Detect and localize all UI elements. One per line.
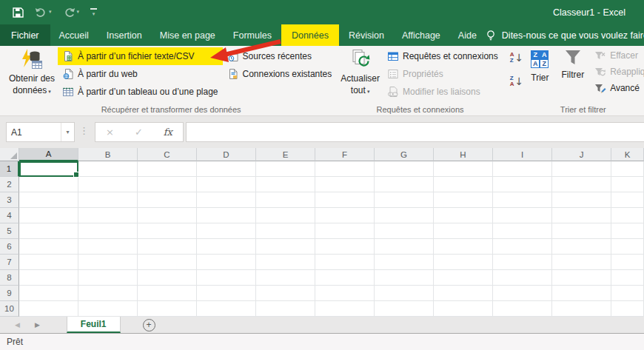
name-box[interactable]: A1 ▾ <box>6 122 75 142</box>
cell-D9[interactable] <box>197 286 256 301</box>
cell-C10[interactable] <box>138 301 197 317</box>
cell-C3[interactable] <box>138 192 197 208</box>
cell-I8[interactable] <box>493 270 552 286</box>
cell-I3[interactable] <box>493 192 552 208</box>
sheet-tab-feuil1[interactable]: Feuil1 <box>67 317 121 333</box>
row-header-2[interactable]: 2 <box>0 177 19 192</box>
cell-G9[interactable] <box>375 286 434 301</box>
column-header-H[interactable]: H <box>434 148 493 161</box>
undo-button[interactable]: ▾ <box>35 7 52 18</box>
cell-J10[interactable] <box>552 301 611 317</box>
cell-E2[interactable] <box>256 177 315 192</box>
sort-az-button[interactable]: AZ ↓ <box>507 49 527 67</box>
column-header-G[interactable]: G <box>375 148 434 161</box>
column-header-A[interactable]: A <box>19 148 78 161</box>
cell-B5[interactable] <box>78 223 138 239</box>
cell-K2[interactable] <box>611 177 644 192</box>
cell-C6[interactable] <box>138 239 197 255</box>
cell-F1[interactable] <box>315 161 375 177</box>
cell-F10[interactable] <box>315 301 375 317</box>
cell-B9[interactable] <box>78 286 138 301</box>
redo-button[interactable]: ▾ <box>63 7 80 18</box>
cell-H7[interactable] <box>434 255 493 270</box>
cell-I10[interactable] <box>493 301 552 317</box>
column-header-J[interactable]: J <box>552 148 611 161</box>
cell-K7[interactable] <box>611 255 644 270</box>
cell-E1[interactable] <box>256 161 315 177</box>
cell-J1[interactable] <box>552 161 611 177</box>
cell-G8[interactable] <box>375 270 434 286</box>
add-sheet-button[interactable]: + <box>143 319 155 332</box>
cell-G6[interactable] <box>375 239 434 255</box>
redo-caret-icon[interactable]: ▾ <box>77 10 80 15</box>
cell-G7[interactable] <box>375 255 434 270</box>
next-sheet-icon[interactable]: ▶ <box>27 317 47 333</box>
cell-B3[interactable] <box>78 192 138 208</box>
cell-J8[interactable] <box>552 270 611 286</box>
cell-E7[interactable] <box>256 255 315 270</box>
cell-K9[interactable] <box>611 286 644 301</box>
cell-H9[interactable] <box>434 286 493 301</box>
cell-A9[interactable] <box>19 286 78 301</box>
cell-I7[interactable] <box>493 255 552 270</box>
item-requetes-et-connexions[interactable]: Requêtes et connexions <box>383 47 503 65</box>
tab-affichage[interactable]: Affichage <box>394 24 449 46</box>
cell-E3[interactable] <box>256 192 315 208</box>
cell-J7[interactable] <box>552 255 611 270</box>
cell-D3[interactable] <box>197 192 256 208</box>
cell-A7[interactable] <box>19 255 78 270</box>
cell-B6[interactable] <box>78 239 138 255</box>
cell-H2[interactable] <box>434 177 493 192</box>
formula-input[interactable] <box>186 122 644 142</box>
cell-G1[interactable] <box>375 161 434 177</box>
cell-A10[interactable] <box>19 301 78 317</box>
cell-E10[interactable] <box>256 301 315 317</box>
name-box-caret-icon[interactable]: ▾ <box>61 123 74 141</box>
save-button[interactable] <box>12 7 24 18</box>
cell-E9[interactable] <box>256 286 315 301</box>
column-header-D[interactable]: D <box>197 148 256 161</box>
row-header-6[interactable]: 6 <box>0 239 19 255</box>
cell-A4[interactable] <box>19 208 78 223</box>
cell-H8[interactable] <box>434 270 493 286</box>
row-header-3[interactable]: 3 <box>0 192 19 208</box>
prev-sheet-icon[interactable]: ◀ <box>7 317 27 333</box>
cell-A3[interactable] <box>19 192 78 208</box>
trier-button[interactable]: ZA AZ Trier <box>528 46 551 83</box>
item-avance[interactable]: Avancé <box>590 80 644 96</box>
tab-revision[interactable]: Révision <box>341 24 392 46</box>
tab-accueil[interactable]: Accueil <box>51 24 97 46</box>
row-header-4[interactable]: 4 <box>0 208 19 223</box>
item-fichier-texte-csv[interactable]: À partir d’un fichier texte/CSV <box>58 47 222 65</box>
column-header-B[interactable]: B <box>78 148 138 161</box>
item-connexions-existantes[interactable]: Connexions existantes <box>223 65 337 83</box>
filtrer-button[interactable]: Filtrer <box>558 46 587 80</box>
tab-aide[interactable]: Aide <box>450 24 485 46</box>
tab-formules[interactable]: Formules <box>225 24 280 46</box>
item-tableau-ou-plage[interactable]: À partir d’un tableau ou d’une plage <box>58 83 222 101</box>
cell-B4[interactable] <box>78 208 138 223</box>
column-header-I[interactable]: I <box>493 148 552 161</box>
tab-mise-en-page[interactable]: Mise en page <box>152 24 224 46</box>
cell-G10[interactable] <box>375 301 434 317</box>
cell-I1[interactable] <box>493 161 552 177</box>
cell-E8[interactable] <box>256 270 315 286</box>
cell-F5[interactable] <box>315 223 375 239</box>
cell-I6[interactable] <box>493 239 552 255</box>
cell-I2[interactable] <box>493 177 552 192</box>
row-header-8[interactable]: 8 <box>0 270 19 286</box>
actualiser-tout-button[interactable]: Actualiser tout▾ <box>338 46 383 97</box>
sort-za-button[interactable]: ZA ↓ <box>507 73 527 90</box>
cell-A2[interactable] <box>19 177 78 192</box>
row-header-10[interactable]: 10 <box>0 301 19 317</box>
cell-J2[interactable] <box>552 177 611 192</box>
cell-B8[interactable] <box>78 270 138 286</box>
cell-C9[interactable] <box>138 286 197 301</box>
cell-H4[interactable] <box>434 208 493 223</box>
column-header-E[interactable]: E <box>256 148 315 161</box>
row-header-7[interactable]: 7 <box>0 255 19 270</box>
item-sources-recentes[interactable]: Sources récentes <box>223 47 337 65</box>
obtenir-des-donnees-button[interactable]: Obtenir des données▾ <box>6 46 58 97</box>
column-header-K[interactable]: K <box>611 148 644 161</box>
cell-B2[interactable] <box>78 177 138 192</box>
